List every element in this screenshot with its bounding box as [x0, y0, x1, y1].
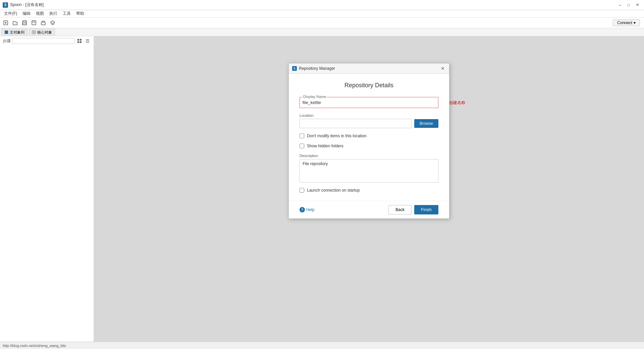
hint-text: 创建名称 — [449, 100, 465, 105]
title-bar: S Spoon - [没有名称] ─ □ ✕ — [0, 0, 644, 10]
dont-modify-checkbox-row: Don't modify items in this location — [300, 134, 438, 138]
menu-edit[interactable]: 编辑 — [20, 10, 33, 17]
svg-rect-6 — [32, 21, 36, 25]
repository-manager-dialog: S Repository Manager ✕ Repository Detail… — [288, 63, 449, 219]
description-textarea[interactable]: File repository — [300, 159, 438, 183]
tab-icon-main — [4, 30, 8, 34]
grid-icon — [77, 39, 82, 43]
svg-rect-15 — [80, 41, 82, 43]
new-button[interactable] — [1, 18, 10, 27]
app-title: Spoon - [没有名称] — [10, 2, 44, 8]
open-icon — [12, 20, 18, 26]
app-icon: S — [3, 2, 8, 8]
save-button[interactable] — [20, 18, 29, 27]
tab-main-objects[interactable]: 主对象列 — [1, 29, 28, 36]
display-name-label: Display Name — [303, 95, 327, 99]
dialog-body: Repository Details Display Name 创建名称 Loc… — [289, 74, 449, 201]
svg-rect-3 — [22, 21, 26, 25]
dialog-title-bar: S Repository Manager ✕ — [289, 63, 449, 74]
help-icon: ? — [300, 207, 305, 212]
display-name-input[interactable] — [303, 99, 435, 106]
svg-rect-9 — [5, 31, 8, 34]
location-label: Location — [300, 113, 438, 117]
show-hidden-checkbox[interactable] — [300, 144, 304, 148]
dialog-close-button[interactable]: ✕ — [440, 65, 446, 71]
dialog-footer: ? Help Back Finish — [289, 201, 449, 218]
show-hidden-label: Show hidden folders — [307, 144, 343, 148]
search-input[interactable] — [12, 38, 75, 44]
main-layout: 步骤 S Repository Manager ✕ — [0, 36, 644, 342]
list-icon — [85, 39, 90, 43]
toolbar: Connect ▾ — [0, 17, 644, 28]
minimize-button[interactable]: ─ — [616, 2, 624, 8]
description-group: Description File repository — [300, 154, 438, 183]
svg-rect-14 — [77, 41, 79, 43]
toolbar-right: Connect ▾ — [613, 19, 640, 26]
location-group: Location Browse — [300, 113, 438, 128]
left-panel: 步骤 — [0, 36, 94, 342]
close-button[interactable]: ✕ — [633, 2, 641, 8]
layers-icon — [50, 20, 55, 26]
steps-label: 步骤 — [3, 38, 11, 44]
save-icon — [22, 20, 27, 26]
title-bar-left: S Spoon - [没有名称] — [3, 2, 44, 8]
location-input[interactable] — [300, 119, 412, 128]
dont-modify-label: Don't modify items in this location — [307, 134, 367, 138]
help-link[interactable]: ? Help — [300, 207, 315, 212]
display-name-wrapper: Display Name — [300, 97, 438, 108]
menu-file[interactable]: 文件(F) — [1, 10, 20, 17]
open-button[interactable] — [11, 18, 19, 27]
svg-point-11 — [33, 32, 35, 33]
saveas-button[interactable] — [30, 18, 38, 27]
layers-button[interactable] — [48, 18, 57, 27]
launch-connection-label: Launch connection on startup — [307, 188, 360, 193]
tab-core-objects[interactable]: 核心对象 — [29, 29, 55, 36]
show-hidden-checkbox-row: Show hidden folders — [300, 144, 438, 148]
print-button[interactable] — [39, 18, 48, 27]
description-label: Description — [300, 154, 438, 158]
menu-help[interactable]: 帮助 — [73, 10, 87, 17]
menu-bar: 文件(F) 编辑 视图 执行 工具 帮助 — [0, 10, 644, 17]
new-icon — [3, 20, 8, 26]
back-button[interactable]: Back — [388, 205, 412, 214]
svg-rect-8 — [41, 22, 45, 25]
status-url: http://blog.csdn.net/zisheng_wang_bitc — [3, 344, 66, 348]
launch-connection-checkbox[interactable] — [300, 188, 304, 193]
launch-connection-checkbox-row: Launch connection on startup — [300, 188, 438, 193]
tab-bar: 主对象列 核心对象 — [0, 28, 644, 36]
print-icon — [41, 20, 46, 26]
content-area: S Repository Manager ✕ Repository Detail… — [94, 36, 644, 342]
dont-modify-checkbox[interactable] — [300, 134, 304, 138]
footer-buttons: Back Finish — [388, 205, 438, 214]
dialog-heading: Repository Details — [300, 82, 438, 89]
location-row: Browse — [300, 119, 438, 128]
dialog-title-text: S Repository Manager — [292, 66, 335, 71]
svg-rect-13 — [80, 39, 82, 41]
grid-view-button[interactable] — [76, 38, 83, 44]
maximize-button[interactable]: □ — [625, 2, 633, 8]
list-view-button[interactable] — [84, 38, 91, 44]
title-bar-controls: ─ □ ✕ — [616, 2, 641, 8]
finish-button[interactable]: Finish — [414, 205, 438, 214]
menu-run[interactable]: 执行 — [47, 10, 60, 17]
dialog-icon: S — [292, 66, 297, 71]
status-bar: http://blog.csdn.net/zisheng_wang_bitc — [0, 342, 644, 349]
menu-view[interactable]: 视图 — [33, 10, 47, 17]
display-name-group: Display Name 创建名称 — [300, 97, 438, 108]
toolbar-left — [1, 18, 57, 27]
menu-tools[interactable]: 工具 — [60, 10, 73, 17]
tab-icon-core — [32, 30, 36, 34]
connect-button[interactable]: Connect ▾ — [613, 19, 640, 26]
browse-button[interactable]: Browse — [414, 119, 438, 128]
saveas-icon — [31, 20, 37, 26]
svg-rect-12 — [77, 39, 79, 41]
modal-overlay: S Repository Manager ✕ Repository Detail… — [94, 36, 644, 342]
panel-search-area: 步骤 — [0, 36, 94, 46]
